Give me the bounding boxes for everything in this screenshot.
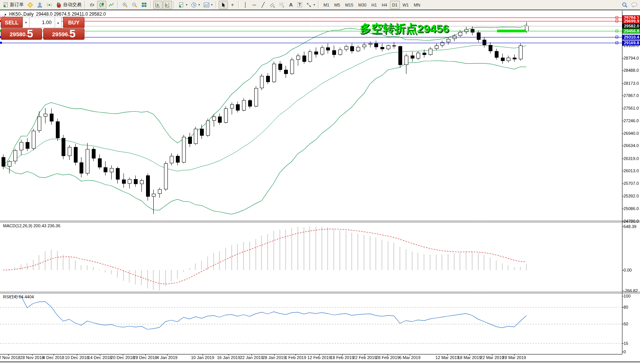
date-axis-label: 22 Nov 2018 [0,355,20,360]
timeframe-mn[interactable]: MN [411,1,422,9]
macd-axis-label: 0.00 [624,268,632,272]
timeframe-m15[interactable]: M15 [343,1,356,9]
price-chart-canvas[interactable] [0,0,640,364]
auto-scroll-icon [155,2,161,8]
collapse-arrow-icon[interactable]: ▲ [4,13,7,16]
new-order-button[interactable]: 新订单 [1,1,25,9]
price-axis-label: 24780.0 [624,219,639,223]
timeframe-m1[interactable]: M1 [321,1,331,9]
new-chart-button[interactable]: ▾ [177,1,189,9]
autotrading-label: 自动交易 [63,2,81,8]
price-axis-label: 26634.0 [624,143,639,148]
chevron-down-icon[interactable]: ▾ [314,3,315,6]
timeframe-d1[interactable]: D1 [390,1,400,9]
price-tag: 29582.0 [622,24,640,29]
date-axis-label: 4 Dec 2018 [43,355,64,360]
price-tag: 29456.8 [622,29,640,34]
arrows-button[interactable]: ▾ [304,1,317,9]
zoom-out-icon [132,2,138,8]
auto-scroll-button[interactable] [153,1,162,9]
sell-price-main: 29580 [10,30,26,39]
vertical-line-button[interactable]: │ [241,1,250,9]
text-label-button[interactable]: T [296,1,304,9]
date-axis-label: 22 Jan 2019 [240,355,263,360]
date-axis-label: 28 Nov 2018 [20,355,44,360]
timeframe-m5[interactable]: M5 [332,1,342,9]
price-axis-label: 27867.0 [624,93,639,98]
candlestick-chart-button[interactable] [97,1,106,9]
price-axis-label: 26319.0 [624,156,639,161]
search-button[interactable] [620,1,629,9]
zoom-in-icon [122,2,128,8]
volume-increase-button[interactable]: ▴ [55,17,62,28]
cursor-button[interactable] [219,1,228,9]
date-axis-label: 10 Dec 2018 [65,355,89,360]
chat-button[interactable] [630,1,639,9]
date-axis-label: 14 Dec 2018 [88,355,112,360]
buy-button[interactable]: BUY [63,17,84,28]
bar-chart-button[interactable] [88,1,97,9]
buy-price[interactable]: 29596.5 [43,28,84,40]
svg-text:E: E [273,6,275,8]
channel-button[interactable]: E [268,1,277,9]
templates-button[interactable]: ▾ [202,1,214,9]
one-click-order-row: SELL ▾ 1.00 ▴ BUY [1,17,84,28]
candlestick-chart-icon [99,2,105,8]
timeframe-m30[interactable]: M30 [356,1,369,9]
volume-decrease-button[interactable]: ▾ [23,17,29,28]
metaeditor-icon [27,2,33,8]
one-click-trading-panel: SELL ▾ 1.00 ▴ BUY 29580.5 29596.5 [1,17,84,40]
toolbar-separator [318,1,320,9]
clock-icon [191,2,197,8]
toolbar: 新订单 自动交易 [0,0,640,10]
date-axis-label: 12 Mar 2019 [435,355,459,360]
rsi-axis-label: 80 [624,305,628,309]
volume-input[interactable]: 1.00 [29,17,55,28]
macd-axis-label: 548.39 [624,224,637,229]
new-chart-icon [178,2,184,8]
zoom-out-button[interactable] [130,1,139,9]
community-button[interactable] [35,1,44,9]
fibonacci-button[interactable]: F [277,1,286,9]
text-label-icon: T [297,2,302,7]
sell-button[interactable]: SELL [1,17,23,28]
chevron-down-icon[interactable]: ▾ [186,3,187,6]
line-chart-button[interactable] [107,1,116,9]
date-axis-label: 18 Feb 2019 [330,355,354,360]
rsi-axis-label: 100 [624,294,630,298]
timeframe-h1[interactable]: H1 [369,1,379,9]
horizontal-line-button[interactable]: ─ [250,1,258,9]
chart-ohlc-header: ▲ HK50-,Daily 29448.0 29674.5 29411.0 29… [4,11,106,17]
timeframe-h4[interactable]: H4 [380,1,390,9]
signals-button[interactable] [45,1,54,9]
date-axis-label: 28 Mar 2019 [502,355,526,360]
buy-price-point: 5 [70,29,76,39]
line-chart-icon [108,2,114,8]
toolbar-separator [84,1,86,9]
cursor-icon [220,2,226,8]
trendline-button[interactable]: ╱ [259,1,267,9]
search-icon [622,2,628,8]
toolbar-separator [216,1,217,9]
date-axis-label: 28 Jan 2019 [263,355,286,360]
periods-button[interactable]: ▾ [189,1,201,9]
date-axis-label: 20 Dec 2018 [111,355,135,360]
chart-shift-button[interactable] [163,1,172,9]
chevron-down-icon[interactable]: ▾ [198,3,200,6]
new-order-label: 新订单 [10,2,24,8]
price-axis-label: 28173.0 [624,81,639,86]
macd-axis-label: -266.82 [624,288,638,293]
sell-price[interactable]: 29580.5 [1,28,42,40]
autotrading-button[interactable]: 自动交易 [54,1,83,9]
timeframe-w1[interactable]: W1 [400,1,411,9]
zoom-in-button[interactable] [120,1,130,9]
one-click-price-row: 29580.5 29596.5 [1,28,84,40]
tile-windows-button[interactable] [140,1,149,9]
text-button[interactable]: A [287,1,295,9]
chevron-down-icon[interactable]: ▾ [211,3,213,6]
metaeditor-button[interactable] [26,1,35,9]
crosshair-button[interactable]: + [228,1,237,9]
date-axis-label: 18 Mar 2019 [458,355,481,360]
new-order-icon [3,2,9,8]
rsi-axis-label: 50 [624,322,628,326]
